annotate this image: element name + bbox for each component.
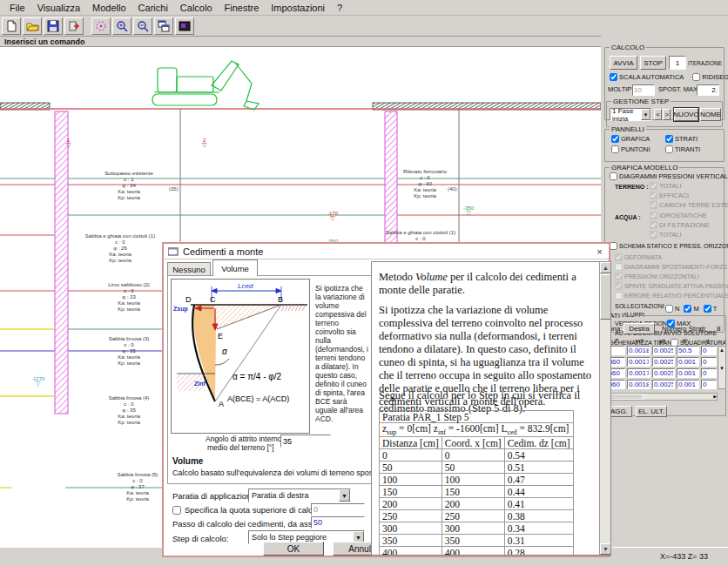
dialog-icon xyxy=(168,247,179,256)
save-button[interactable] xyxy=(44,17,63,35)
diagrammi-pressioni-checkbox[interactable]: DIAGRAMMI PRESSIONI VERTICALI xyxy=(610,172,728,180)
nmt-checkbox[interactable]: M xyxy=(684,305,698,313)
menu-item[interactable]: Finestre xyxy=(219,1,266,15)
strati-c-input[interactable] xyxy=(701,368,717,378)
cascade-windows-button[interactable] xyxy=(154,17,173,35)
step-next-button[interactable]: > xyxy=(663,109,671,120)
close-button[interactable]: × xyxy=(593,246,606,258)
table-column-header: Distanza [cm] xyxy=(380,437,442,449)
strati-gt-input[interactable] xyxy=(652,368,675,378)
redraw-button[interactable] xyxy=(91,17,111,35)
settlement-table: Paratia PAR_1 Step 5 zsup = 0[cm] zinf =… xyxy=(379,410,574,556)
pannelli-checkbox[interactable]: PUNTONI xyxy=(611,145,665,153)
menu-item[interactable]: File xyxy=(3,1,31,15)
passo-input[interactable] xyxy=(311,516,365,529)
chevron-down-icon[interactable]: ▼ xyxy=(339,489,350,502)
pannelli-checkbox[interactable]: TIRANTI xyxy=(665,145,719,153)
friction-angle-input[interactable] xyxy=(280,435,331,448)
menu-item[interactable]: Modello xyxy=(86,1,132,15)
chevron-down-icon[interactable]: ▼ xyxy=(641,109,650,120)
tab-volume[interactable]: Volume xyxy=(212,259,258,276)
step-prev-button[interactable]: < xyxy=(654,109,662,120)
terreno-checkbox[interactable]: TOTALI xyxy=(650,182,728,190)
strati-gt-input[interactable] xyxy=(652,357,675,367)
menu-item[interactable]: Visualizza xyxy=(31,1,86,15)
zoom-out-button[interactable] xyxy=(133,17,152,35)
strati-gt-input[interactable] xyxy=(652,346,675,355)
menu-item[interactable]: ? xyxy=(331,1,348,15)
avvia-button[interactable]: AVVIA xyxy=(610,56,637,70)
strati-k-input[interactable] xyxy=(677,346,699,355)
schema-option-checkbox[interactable]: ERRORE RELATIVO PERCENTUALE xyxy=(615,292,728,300)
step-select[interactable]: 1 Fase inizia▼ xyxy=(610,108,651,121)
pannelli-checkbox[interactable]: GRAFICA xyxy=(611,135,665,143)
dialog-title-bar[interactable]: Cedimenti a monte xyxy=(164,244,609,259)
nuovo-button[interactable]: NUOVO xyxy=(674,108,698,121)
paratia-select[interactable]: Paratia di destra▼ xyxy=(248,489,351,502)
table-title: Paratia PAR_1 Step 5 xyxy=(380,411,574,423)
strati-gd-input[interactable] xyxy=(627,380,650,389)
soil-layer-label: Sabbia limosa (4) c : 0 φ : 35 Ka: teori… xyxy=(87,395,171,426)
menu-item[interactable]: Carichi xyxy=(132,1,174,15)
acqua-checkbox[interactable]: TOTALI xyxy=(650,231,710,239)
scroll-up-icon[interactable]: ▲ xyxy=(718,347,725,354)
scroll-right-icon[interactable]: ▶ xyxy=(713,394,717,400)
strati-gd-input[interactable] xyxy=(627,357,650,367)
strati-c-input[interactable] xyxy=(701,346,717,355)
zona-destra-button[interactable]: Destra xyxy=(624,323,655,334)
scroll-down-icon[interactable]: ▼ xyxy=(600,543,611,555)
schema-option-checkbox[interactable]: SPINTE GRADUATE ATTIVA-PASSIVA xyxy=(615,282,728,290)
new-file-button[interactable] xyxy=(2,17,21,35)
nmt-checkbox[interactable]: T xyxy=(704,305,718,313)
strati-gd-input[interactable] xyxy=(627,346,650,355)
quota-input[interactable] xyxy=(311,503,365,515)
svg-text:B: B xyxy=(278,295,283,304)
nome-button[interactable]: NOME xyxy=(700,108,721,121)
menu-item[interactable]: Impostazioni xyxy=(265,1,331,15)
schema-option-checkbox[interactable]: PRESSIONI ORIZZONTALI xyxy=(615,273,728,280)
strati-vscrollbar[interactable]: ▲ ▼ xyxy=(718,346,726,389)
strati-k-input[interactable] xyxy=(677,380,699,389)
schema-option-checkbox[interactable]: DEFORMATA xyxy=(615,253,728,261)
scroll-thumb[interactable] xyxy=(600,274,611,320)
zoom-in-button[interactable] xyxy=(112,17,131,35)
strati-hscrollbar[interactable]: ◀ ▶ xyxy=(604,393,718,401)
tab-nessuno[interactable]: Nessuno xyxy=(167,262,211,275)
strati-gd-input[interactable] xyxy=(627,368,650,378)
toolbar xyxy=(0,16,728,37)
terreno-checkbox[interactable]: EFFICACI xyxy=(650,192,728,199)
scroll-thumb[interactable] xyxy=(609,394,644,400)
svg-text:Zinf: Zinf xyxy=(194,381,206,387)
scroll-down-icon[interactable]: ▼ xyxy=(718,354,725,383)
report-scrollbar[interactable]: ▲ ▼ xyxy=(599,262,610,555)
scroll-up-icon[interactable]: ▲ xyxy=(600,262,611,273)
calcolo-checkbox[interactable]: SCALA AUTOMATICA xyxy=(610,73,684,81)
schema-option-checkbox[interactable]: DIAGRAMMI SPOSTAMENTI-FORZE xyxy=(615,263,728,271)
el-ult-button[interactable]: EL. ULT. xyxy=(636,406,667,417)
svg-text:A(BCE) = A(ACD): A(BCE) = A(ACD) xyxy=(227,394,289,403)
ok-button[interactable]: OK xyxy=(263,542,324,556)
strati-c-input[interactable] xyxy=(701,357,717,367)
terreno-checkbox[interactable]: CARICHI TERRE ESTERNI xyxy=(650,201,728,209)
nmt-checkbox[interactable]: N xyxy=(665,305,679,313)
open-button[interactable] xyxy=(23,17,42,35)
pannelli-checkbox[interactable]: STRATI xyxy=(665,135,719,143)
acqua-checkbox[interactable]: DI FILTRAZIONE xyxy=(650,221,710,229)
spost-max-input[interactable] xyxy=(697,84,719,96)
menu-item[interactable]: Calcolo xyxy=(174,1,219,15)
exit-button[interactable] xyxy=(64,17,84,35)
schema-statico-checkbox[interactable]: SCHEMA STATICO E PRESS. ORIZZONTAL xyxy=(610,242,728,250)
moltip-input[interactable] xyxy=(632,84,655,96)
calcolo-checkbox[interactable]: RIDISEGNA xyxy=(692,73,728,81)
capture-button[interactable] xyxy=(175,17,194,35)
stop-button[interactable]: STOP xyxy=(640,56,666,70)
strati-c-input[interactable] xyxy=(701,380,717,389)
strati-gt-input[interactable] xyxy=(652,380,675,389)
strati-k-input[interactable] xyxy=(677,368,699,378)
command-bar[interactable]: Inserisci un comando xyxy=(0,37,601,47)
acqua-checkbox[interactable]: IDROSTATICHE xyxy=(650,212,710,219)
iterazione-input[interactable] xyxy=(669,56,686,70)
quota-checkbox[interactable]: Specifica la quota superiore di calcolo: xyxy=(172,505,326,515)
strati-k-input[interactable] xyxy=(677,357,699,367)
moltip-label: MOLTIP: xyxy=(608,85,633,93)
